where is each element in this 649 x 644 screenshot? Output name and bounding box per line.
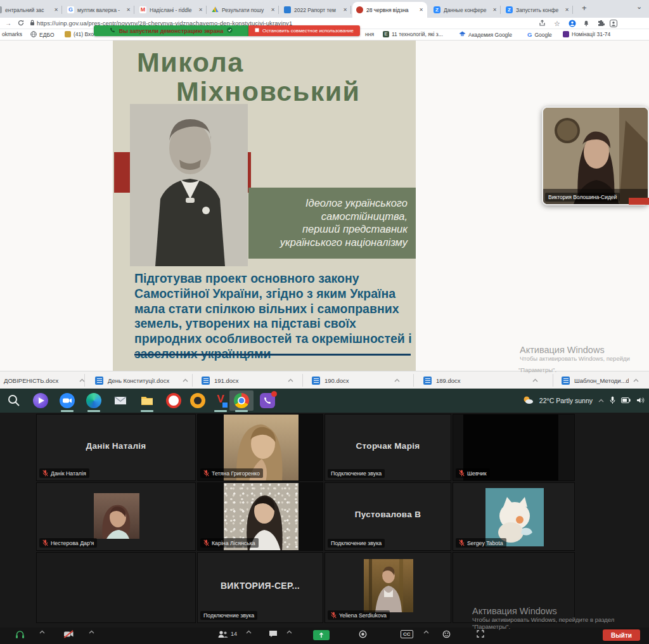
tab-close-icon[interactable]: ✕ [198, 7, 203, 13]
bookmark-nominations[interactable]: Номінації 31-74 [563, 31, 610, 37]
window-chevron-icon[interactable]: ⌄ [636, 3, 642, 11]
tab-close-icon[interactable]: ✕ [565, 7, 569, 13]
bookmark-google[interactable]: G Google [527, 31, 552, 38]
download-item[interactable]: ДОВІРЕНІСТЬ.docx [4, 371, 85, 389]
chevron-up-icon[interactable] [532, 378, 538, 382]
bookmark-partial-2[interactable]: ння [365, 31, 374, 37]
participant-tile-tabota[interactable]: Sergey Tabota [453, 482, 575, 551]
tray-speaker-icon[interactable] [636, 397, 645, 405]
tab-close-icon[interactable]: ✕ [492, 7, 497, 13]
video-chevron-icon[interactable] [89, 630, 94, 634]
participant-footer: Подключение звука [328, 539, 385, 548]
bookmark-inbox[interactable]: (41) Вхо [65, 31, 94, 37]
download-item[interactable]: Шаблон_Методи...doc [562, 371, 639, 389]
tab-1[interactable]: ентральний зас ✕ [0, 2, 62, 18]
participant-tile-lisyanska[interactable]: Каріна Лісянська [197, 482, 323, 551]
weather-text[interactable]: 22°C Partly sunny [539, 397, 593, 404]
share-screen-button[interactable] [313, 630, 330, 640]
bookmark-partial[interactable]: okmarks [2, 31, 22, 37]
tab-2[interactable]: G мултик валерка - ✕ [63, 2, 134, 18]
tray-mic-icon[interactable] [610, 396, 615, 406]
bookmark-technologies[interactable]: E 11 технологій, які з... [383, 31, 443, 37]
video-off-icon[interactable] [63, 630, 74, 638]
file-explorer-icon[interactable] [139, 393, 155, 408]
bookmark-star-icon[interactable]: ☆ [554, 20, 560, 28]
bookmark-scholar[interactable]: Академия Google [459, 31, 512, 39]
v-app-icon[interactable]: V [213, 393, 228, 408]
bookmark-edbo[interactable]: ЕДБО [30, 31, 55, 39]
download-item[interactable]: День Конституції.docx [95, 371, 188, 389]
chevron-up-icon[interactable] [394, 378, 400, 382]
webcam-overlay[interactable]: Виктория Волошина-Сидей [542, 106, 649, 205]
new-tab-button[interactable]: + [582, 3, 587, 13]
participant-tile-grigorenko[interactable]: Тетяна Григоренко [197, 414, 323, 481]
tab-8[interactable]: Z Запустить конфе ✕ [502, 2, 573, 18]
tab-5[interactable]: 2022 Рапорт тем ✕ [280, 2, 351, 18]
orange-app-icon[interactable] [190, 393, 205, 408]
browser-avatar-icon[interactable] [610, 20, 617, 29]
reload-icon[interactable] [18, 20, 24, 27]
cc-chevron-icon[interactable] [423, 630, 429, 634]
tab-label: Данные конфере [444, 7, 490, 13]
tab-3[interactable]: M Надіслані - riddle ✕ [136, 2, 207, 18]
participant-footer: Подключение звука [328, 469, 385, 478]
chevron-up-icon[interactable] [288, 378, 293, 382]
zoom-app-icon[interactable] [60, 393, 75, 408]
viber-app-icon[interactable] [260, 393, 275, 408]
tab-close-icon[interactable]: ✕ [343, 7, 347, 13]
reactions-icon[interactable] [442, 630, 451, 638]
tab-4[interactable]: Результати пошу ✕ [208, 2, 279, 18]
share-icon[interactable] [539, 20, 546, 28]
profile-sync-icon[interactable] [569, 20, 576, 29]
download-item[interactable]: 190.docx [312, 371, 400, 389]
chat-chevron-icon[interactable] [286, 630, 292, 634]
participant-tile-shevchyk[interactable]: Шевчик [453, 414, 575, 481]
closed-captions-button[interactable]: CC [401, 630, 413, 638]
apps-fullscreen-icon[interactable] [477, 630, 484, 638]
tab-close-icon[interactable]: ✕ [126, 7, 131, 13]
chevron-up-icon[interactable] [633, 378, 639, 382]
participant-name: Данік Наталія [37, 441, 195, 451]
extensions-puzzle-icon[interactable] [598, 20, 605, 28]
participant-tile-storchak[interactable]: Сторчак Марія Подключение звука [324, 414, 451, 481]
google-favicon: G [67, 6, 74, 13]
tab-7[interactable]: Z Данные конфере ✕ [430, 2, 501, 18]
download-item[interactable]: 189.docx [423, 371, 538, 389]
leave-meeting-button[interactable]: Выйти [603, 629, 640, 641]
download-item[interactable]: 191.docx [202, 371, 293, 389]
weather-icon[interactable] [522, 396, 534, 406]
participant-tile-viktoria[interactable]: ВИКТОРИЯ-СЕР... Подключение звука [197, 552, 323, 623]
edge-browser-icon[interactable] [86, 393, 101, 408]
audio-headset-icon[interactable] [15, 630, 25, 639]
participants-chevron-icon[interactable] [246, 630, 252, 634]
chrome-browser-icon[interactable] [234, 393, 249, 408]
word-doc-icon [202, 377, 210, 385]
tray-battery-icon[interactable] [621, 397, 631, 404]
participants-button[interactable]: 14 [218, 630, 237, 638]
red-app-icon[interactable] [166, 393, 181, 408]
participant-tile-nesterova[interactable]: Нестерова Дар'я [36, 482, 196, 551]
participant-tile-pustovalova[interactable]: Пустовалова В Подключение звука [324, 482, 451, 551]
tray-chevron-up-icon[interactable] [598, 399, 604, 402]
forward-arrow-icon[interactable]: → [5, 20, 11, 27]
audio-chevron-icon[interactable] [39, 630, 45, 634]
tab-close-icon[interactable]: ✕ [54, 7, 58, 13]
stop-sharing-button[interactable]: Остановить совместное использование [248, 25, 360, 36]
tab-close-icon[interactable]: ✕ [419, 7, 423, 13]
participant-tile-serdiukova[interactable]: Yeliena Serdiukova [324, 552, 451, 623]
notification-bell-icon[interactable] [583, 20, 589, 28]
mail-app-icon[interactable] [113, 393, 128, 408]
bookmark-label: ння [365, 31, 374, 37]
search-icon[interactable] [6, 393, 22, 408]
participant-tile-empty[interactable] [36, 552, 196, 623]
participant-tile-danik[interactable]: Данік Наталія Данік Наталія [36, 414, 196, 481]
padlock-icon[interactable] [30, 20, 35, 27]
alice-assistant-icon[interactable] [33, 393, 48, 408]
chevron-up-icon[interactable] [183, 378, 188, 382]
record-icon[interactable] [359, 630, 367, 638]
download-filename: 189.docx [436, 377, 461, 384]
chat-icon[interactable] [269, 630, 278, 638]
tab-6-active[interactable]: 28 червня відзна ✕ [352, 2, 427, 18]
gmail-favicon: M [139, 6, 146, 13]
tab-close-icon[interactable]: ✕ [271, 7, 275, 13]
